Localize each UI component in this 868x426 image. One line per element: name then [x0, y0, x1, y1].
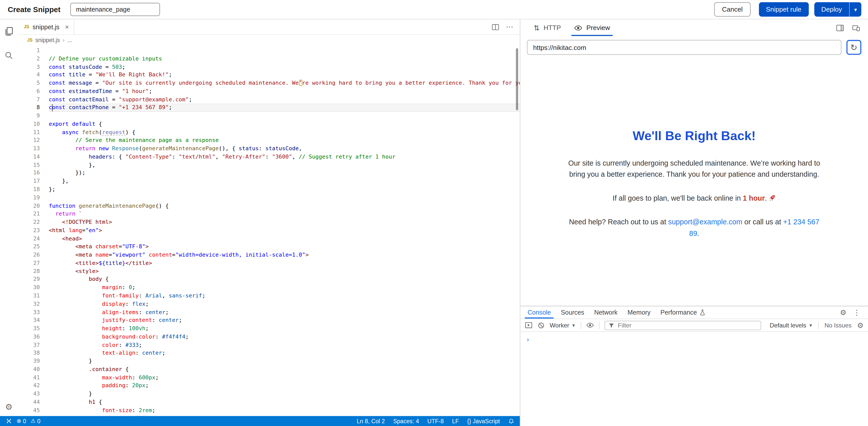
code-line[interactable]: 5const message = "Our site is currently …: [18, 79, 520, 87]
log-levels-selector[interactable]: Default levels▼: [770, 322, 813, 329]
refresh-button[interactable]: ↻: [846, 40, 861, 55]
code-line[interactable]: 24 <head>: [18, 235, 520, 243]
code-line[interactable]: 40 .container {: [18, 366, 520, 374]
code-line[interactable]: 31 font-family: Arial, sans-serif;: [18, 292, 520, 300]
devtools-tab-sources[interactable]: Sources: [556, 306, 589, 318]
line-number[interactable]: 14: [18, 153, 40, 161]
line-number[interactable]: 22: [18, 218, 40, 226]
code-line[interactable]: 14 headers: { "Content-Type": "text/html…: [18, 153, 520, 161]
settings-gear-icon[interactable]: ⚙: [4, 402, 14, 411]
scrollbar-thumb[interactable]: [516, 48, 518, 110]
line-number[interactable]: 42: [18, 382, 40, 390]
side-panel-icon[interactable]: [836, 24, 844, 32]
line-number[interactable]: 32: [18, 300, 40, 308]
line-number[interactable]: 12: [18, 137, 40, 145]
device-toolbar-icon[interactable]: [852, 24, 860, 32]
more-actions-icon[interactable]: ⋯: [506, 23, 513, 30]
line-number[interactable]: 34: [18, 316, 40, 324]
line-number[interactable]: 11: [18, 128, 40, 136]
breadcrumb-file[interactable]: snippet.js: [35, 36, 60, 43]
line-number[interactable]: 24: [18, 235, 40, 243]
eol-sequence[interactable]: LF: [452, 418, 459, 424]
devtools-tab-network[interactable]: Network: [589, 306, 622, 318]
line-number[interactable]: 37: [18, 341, 40, 349]
line-number[interactable]: 25: [18, 243, 40, 251]
line-number[interactable]: 1: [18, 47, 40, 55]
code-line[interactable]: 36 background-color: #f4f4f4;: [18, 333, 520, 341]
code-line[interactable]: 38 text-align: center;: [18, 349, 520, 357]
devtools-settings-gear-icon[interactable]: ⚙: [840, 309, 846, 316]
breadcrumb[interactable]: JS snippet.js › ...: [18, 35, 520, 45]
code-line[interactable]: 28 <style>: [18, 267, 520, 276]
language-mode[interactable]: {} JavaScript: [467, 418, 500, 424]
code-line[interactable]: 10export default {: [18, 120, 520, 128]
line-number[interactable]: 6: [18, 87, 40, 95]
code-line[interactable]: 16 });: [18, 169, 520, 177]
line-number[interactable]: 44: [18, 398, 40, 406]
tab-snippet-js[interactable]: JS snippet.js ×: [18, 20, 74, 34]
line-number[interactable]: 45: [18, 406, 40, 415]
snippet-rule-button[interactable]: Snippet rule: [759, 2, 809, 17]
context-selector[interactable]: Worker▼: [550, 322, 576, 329]
line-number[interactable]: 4: [18, 71, 40, 79]
close-icon[interactable]: ×: [65, 23, 69, 31]
line-number[interactable]: 10: [18, 120, 40, 128]
line-number[interactable]: 46: [18, 415, 40, 416]
errors-warnings[interactable]: ⊗ 0 ⚠ 0: [17, 418, 40, 424]
tab-http[interactable]: ⇅ HTTP: [527, 20, 567, 36]
line-number[interactable]: 7: [18, 95, 40, 104]
line-number[interactable]: 5: [18, 79, 40, 87]
code-line[interactable]: 2// Define your customizable inputs: [18, 55, 520, 63]
kebab-menu-icon[interactable]: ⋮: [853, 309, 861, 316]
line-number[interactable]: 31: [18, 292, 40, 300]
code-line[interactable]: 29 body {: [18, 276, 520, 284]
line-number[interactable]: 39: [18, 358, 40, 366]
breadcrumb-symbol[interactable]: ...: [67, 36, 72, 43]
devtools-tab-console[interactable]: Console: [523, 306, 556, 318]
line-number[interactable]: 15: [18, 161, 40, 169]
cursor-position[interactable]: Ln 8, Col 2: [357, 418, 385, 424]
code-line[interactable]: 6const estimatedTime = "1 hour";: [18, 87, 520, 95]
search-icon[interactable]: [4, 50, 14, 60]
code-line[interactable]: 23<html lang="en">: [18, 227, 520, 235]
code-line[interactable]: 9: [18, 112, 520, 120]
code-line[interactable]: 33 align-items: center;: [18, 308, 520, 316]
code-line[interactable]: 19: [18, 194, 520, 202]
code-line[interactable]: 11 async fetch(request) {: [18, 128, 520, 136]
line-number[interactable]: 28: [18, 267, 40, 276]
code-line[interactable]: 18};: [18, 186, 520, 194]
code-line[interactable]: 7const contactEmail = "support@example.c…: [18, 95, 520, 104]
encoding[interactable]: UTF-8: [427, 418, 443, 424]
code-line[interactable]: 44 h1 {: [18, 398, 520, 406]
email-link[interactable]: support@example.com: [668, 218, 742, 226]
url-input[interactable]: [527, 40, 841, 55]
remote-indicator-icon[interactable]: [5, 418, 12, 424]
code-line[interactable]: 26 <meta name="viewport" content="width=…: [18, 251, 520, 259]
code-line[interactable]: 20function generateMaintenancePage() {: [18, 202, 520, 210]
code-area[interactable]: 12// Define your customizable inputs3con…: [18, 45, 520, 416]
code-line[interactable]: 15 },: [18, 161, 520, 169]
code-line[interactable]: 34 justify-content: center;: [18, 316, 520, 324]
indentation[interactable]: Spaces: 4: [393, 418, 419, 424]
code-line[interactable]: 32 display: flex;: [18, 300, 520, 308]
code-line[interactable]: 45 font-size: 2rem;: [18, 406, 520, 415]
line-number[interactable]: 41: [18, 374, 40, 382]
devtools-tab-performance[interactable]: Performance: [655, 306, 711, 318]
live-expression-eye-icon[interactable]: [586, 321, 594, 329]
code-line[interactable]: 22 <!DOCTYPE html>: [18, 218, 520, 226]
line-number[interactable]: 26: [18, 251, 40, 259]
code-line[interactable]: 3const statusCode = 503;: [18, 63, 520, 71]
code-line[interactable]: 39 }: [18, 358, 520, 366]
line-number[interactable]: 18: [18, 186, 40, 194]
line-number[interactable]: 30: [18, 284, 40, 292]
devtools-tab-memory[interactable]: Memory: [622, 306, 655, 318]
line-number[interactable]: 43: [18, 390, 40, 398]
line-number[interactable]: 36: [18, 333, 40, 341]
line-number[interactable]: 2: [18, 55, 40, 63]
filter-input[interactable]: [618, 322, 757, 329]
console-prompt-icon[interactable]: ›: [526, 336, 530, 344]
line-number[interactable]: 27: [18, 259, 40, 267]
code-line[interactable]: 37 color: #333;: [18, 341, 520, 349]
files-icon[interactable]: [4, 26, 14, 36]
code-line[interactable]: 12 // Serve the maintenance page as a re…: [18, 137, 520, 145]
